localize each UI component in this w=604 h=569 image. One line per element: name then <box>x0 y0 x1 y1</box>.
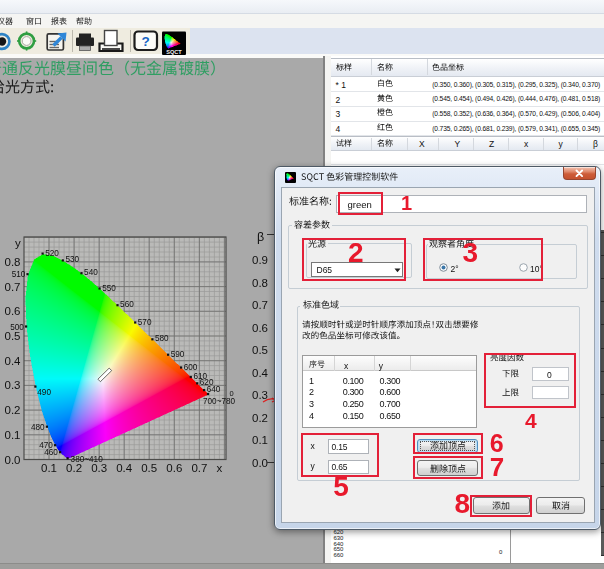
svg-text:x: x <box>217 462 223 474</box>
svg-text:0.1: 0.1 <box>5 429 21 441</box>
svg-text:0.6: 0.6 <box>166 462 182 474</box>
svg-text:?: ? <box>142 34 150 49</box>
svg-text:530: 530 <box>65 255 79 264</box>
svg-text:490: 490 <box>37 388 51 397</box>
svg-text:0.4: 0.4 <box>5 355 22 367</box>
svg-text:SQCT: SQCT <box>166 49 182 55</box>
svg-text:0.2: 0.2 <box>5 404 21 416</box>
svg-text:580: 580 <box>155 334 169 343</box>
svg-text:0.7: 0.7 <box>5 281 21 293</box>
svg-text:560: 560 <box>120 300 134 309</box>
svg-text:520: 520 <box>45 249 59 258</box>
svg-text:600: 600 <box>184 363 198 372</box>
svg-text:590: 590 <box>171 350 185 359</box>
svg-text:0.5: 0.5 <box>141 462 157 474</box>
svg-text:0.0: 0.0 <box>5 454 21 466</box>
svg-text:0.8: 0.8 <box>5 256 21 268</box>
svg-text:550: 550 <box>102 284 116 293</box>
svg-text:0.2: 0.2 <box>66 462 82 474</box>
svg-text:460: 460 <box>44 448 58 457</box>
svg-text:0.3: 0.3 <box>5 379 21 391</box>
svg-text:570: 570 <box>138 318 152 327</box>
svg-text:0.3: 0.3 <box>91 462 107 474</box>
svg-text:480: 480 <box>31 423 45 432</box>
svg-text:0.5: 0.5 <box>5 330 21 342</box>
svg-text:510: 510 <box>12 270 26 279</box>
svg-text:540: 540 <box>84 268 98 277</box>
svg-text:0.7: 0.7 <box>191 462 207 474</box>
svg-text:y: y <box>15 237 21 249</box>
svg-text:0.1: 0.1 <box>41 462 57 474</box>
svg-text:0.4: 0.4 <box>116 462 133 474</box>
svg-text:640: 640 <box>207 385 221 394</box>
svg-text:0.6: 0.6 <box>5 305 21 317</box>
